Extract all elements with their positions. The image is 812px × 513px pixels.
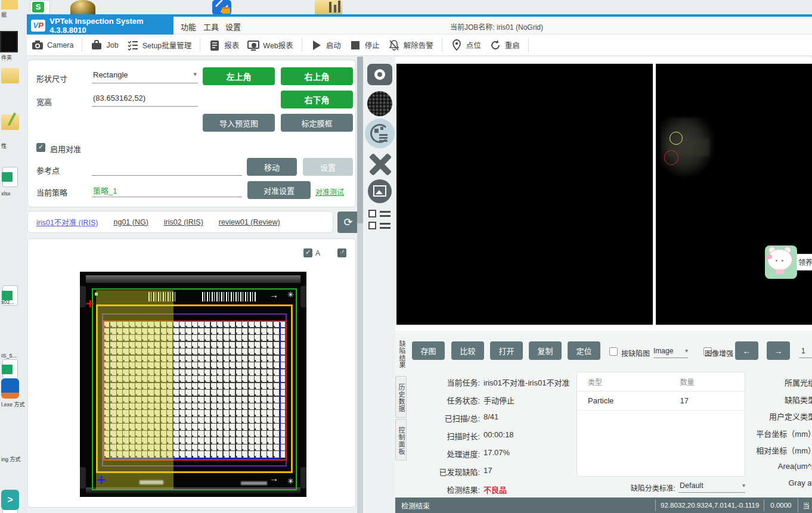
camera-view-b[interactable]: [656, 64, 812, 325]
import-preview-button[interactable]: 导入预览图: [203, 114, 275, 132]
scrollbar-thumb[interactable]: [357, 57, 363, 223]
layer-a-checkbox[interactable]: [303, 248, 312, 257]
layout-icon-lines: [379, 134, 388, 136]
restart-label: 重启: [505, 39, 520, 51]
top-right-corner-button[interactable]: 右上角: [281, 67, 353, 85]
desktop-icon-folder-chart[interactable]: [315, 0, 342, 15]
tools-button[interactable]: [367, 152, 392, 177]
refresh-jobs-button[interactable]: ⟳: [337, 212, 359, 233]
set-button[interactable]: 设置: [303, 158, 353, 176]
image-review-button[interactable]: [368, 179, 392, 203]
arrow-right-icon: →: [269, 290, 278, 300]
current-strategy-field[interactable]: 策略_1: [92, 182, 242, 197]
red-cross-marker: +: [86, 296, 94, 312]
image-type-select[interactable]: Image ▾: [653, 345, 688, 358]
layout-view-button-selected[interactable]: [365, 119, 395, 148]
prev-defect-button[interactable]: ←: [735, 341, 758, 360]
bottom-right-corner-button[interactable]: 右下角: [281, 91, 353, 108]
desktop-icon-folder[interactable]: [1, 0, 18, 10]
defect-type-header[interactable]: 类型: [577, 372, 670, 391]
defect-index-field[interactable]: 1: [799, 345, 812, 358]
compare-button[interactable]: 比较: [451, 341, 484, 360]
tab-defect-results[interactable]: 缺陷结果: [395, 332, 407, 375]
open-button[interactable]: 打开: [490, 341, 523, 360]
desktop-icon-monitor[interactable]: [0, 31, 18, 52]
shape-select-value: Rectangle: [93, 70, 128, 79]
next-defect-button[interactable]: →: [767, 341, 790, 360]
job-button[interactable]: Job: [91, 39, 118, 51]
start-button[interactable]: 启动: [311, 39, 341, 51]
save-image-button[interactable]: 存图: [412, 341, 445, 360]
stop-button[interactable]: 停止: [349, 39, 380, 51]
blue-cross-marker: +: [97, 471, 106, 489]
report-button[interactable]: 报表: [209, 39, 239, 51]
app-title-tab: VP VPTek Inspection System 4.3.8.8010: [27, 17, 173, 35]
menu-item-tools[interactable]: 工具: [203, 21, 219, 32]
desktop-icon-folder[interactable]: [1, 68, 19, 83]
by-defect-image-checkbox[interactable]: [609, 347, 618, 356]
wafer-map-button[interactable]: [367, 91, 392, 116]
xlsx-badge: [2, 172, 13, 182]
job-tab-iris01[interactable]: iris01不对准 (IRIS): [36, 216, 98, 228]
copy-button[interactable]: 复制: [529, 341, 562, 360]
mascot-eye: [782, 260, 783, 262]
top-left-corner-button[interactable]: 左上角: [203, 67, 275, 85]
camera-view-a[interactable]: [396, 64, 653, 325]
width-height-field[interactable]: (83.653162,52): [92, 91, 198, 107]
mascot-label: 领养: [797, 259, 812, 267]
camera-button[interactable]: Camera: [32, 39, 73, 51]
calibrate-frame-button[interactable]: 标定膜框: [281, 114, 353, 132]
clear-alarm-button[interactable]: 解除告警: [388, 39, 433, 51]
defect-index-value: 1: [801, 347, 805, 355]
defect-list-button[interactable]: [368, 209, 391, 231]
setup-batch-button[interactable]: Setup批量管理: [127, 39, 192, 51]
refresh-icon: ⟳: [343, 216, 352, 228]
line-glyph: [380, 211, 390, 213]
align-test-link[interactable]: 对准测试: [315, 186, 344, 197]
defect-circle-yellow: [670, 132, 683, 145]
job-tab-iris02[interactable]: iris02 (IRIS): [164, 218, 203, 226]
mascot-label-bubble[interactable]: 领养: [796, 254, 812, 271]
chart-bars: [334, 5, 336, 13]
vertical-scrollbar[interactable]: [357, 57, 363, 513]
menu-item-function[interactable]: 功能: [181, 21, 196, 32]
desktop-icon-spreadsheet[interactable]: S: [30, 0, 50, 14]
job-tab-review01[interactable]: review01 (Review): [219, 218, 280, 226]
camera-view-button[interactable]: [367, 64, 392, 85]
wafer-preview-image[interactable]: → ✳ + + → ✳: [80, 272, 306, 497]
toolbar-separator: [200, 38, 200, 52]
locate-button[interactable]: 定位: [568, 341, 600, 360]
restart-button[interactable]: 重启: [489, 39, 520, 51]
camera-lens: [377, 72, 382, 77]
image-enhance-label: 图像增强: [705, 348, 733, 358]
stat-label: 已发现缺陷:: [395, 466, 480, 477]
layout-icon-squares: [380, 127, 383, 130]
bell-off-icon: [388, 39, 400, 51]
menu-item-settings[interactable]: 设置: [225, 21, 241, 32]
table-row[interactable]: Particle 17: [577, 391, 745, 411]
chevron-down-icon: ▾: [193, 70, 197, 78]
mascot-sticker[interactable]: [765, 245, 797, 279]
align-settings-button[interactable]: 对准设置: [247, 181, 311, 199]
desktop-icon-app[interactable]: [1, 378, 19, 399]
play-icon: [311, 39, 323, 51]
desktop-icon-xlsx[interactable]: [2, 359, 18, 380]
desktop-icon-locked-app[interactable]: [212, 0, 231, 15]
enable-align-checkbox[interactable]: [36, 143, 45, 152]
desktop-icon-teal-app[interactable]: >: [1, 490, 19, 510]
detail-label-defect-type: 缺陷类型: [735, 394, 812, 405]
desktop-icon-globe[interactable]: [70, 0, 95, 15]
desktop-icon-xlsx[interactable]: [2, 167, 18, 187]
points-button[interactable]: 点位: [451, 39, 481, 51]
defect-results-panel: 缺陷结果 历史数据 控制面板 存图 比较 打开 复制 定位 按缺陷图 Image…: [395, 331, 812, 498]
stat-label: 检测结果:: [395, 484, 480, 495]
defect-count-header[interactable]: 数量: [670, 372, 745, 391]
desktop-icon-folder-pencil[interactable]: [1, 114, 19, 130]
web-report-button[interactable]: Web报表: [247, 39, 293, 51]
reference-point-field[interactable]: [92, 161, 242, 176]
move-button[interactable]: 移动: [247, 158, 297, 176]
shape-select[interactable]: Rectangle ▾: [92, 68, 198, 83]
right-arrow-icon: →: [774, 346, 783, 356]
desktop-icon-label: IS_5...: [1, 353, 27, 359]
job-tab-ng01[interactable]: ng01 (NG): [113, 218, 148, 226]
